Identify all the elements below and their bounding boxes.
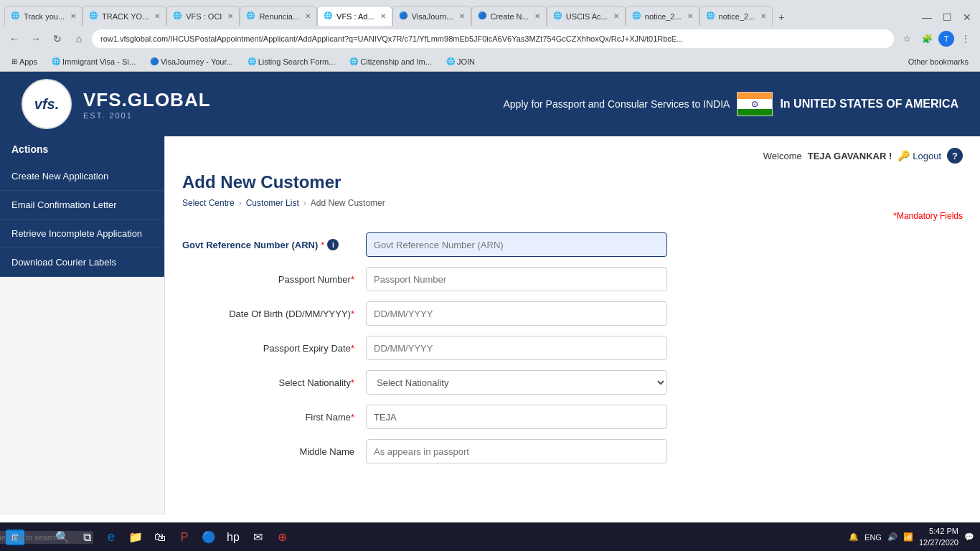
minimize-button[interactable]: — xyxy=(918,9,936,26)
passport-expiry-input[interactable] xyxy=(366,336,667,360)
form-row-first-name: First Name* xyxy=(182,405,963,429)
maximize-button[interactable]: ☐ xyxy=(938,9,956,26)
tab-9[interactable]: 🌐 notice_2... ✕ xyxy=(626,6,699,26)
arn-input[interactable] xyxy=(366,232,667,257)
other-bookmarks[interactable]: Other bookmarks xyxy=(903,56,974,67)
vfs-service-info: Apply for Passport and Consular Services… xyxy=(503,92,958,116)
flag-bottom xyxy=(738,109,772,116)
tab-3[interactable]: 🌐 VFS : OCI ✕ xyxy=(166,6,240,26)
tab-10[interactable]: 🌐 notice_2... ✕ xyxy=(699,6,773,26)
forward-button[interactable]: → xyxy=(27,30,44,47)
taskbar-notifications-badge[interactable]: 💬 xyxy=(964,532,974,542)
first-name-input[interactable] xyxy=(366,405,667,429)
taskbar-language: ENG xyxy=(864,533,882,542)
logout-button[interactable]: 🔑 Logout xyxy=(897,150,941,161)
mandatory-text: Mandatory Fields xyxy=(897,211,963,221)
tab-3-close[interactable]: ✕ xyxy=(227,12,233,20)
bookmark-immigrant-visa[interactable]: 🌐 Immigrant Visa - Si... xyxy=(46,56,141,67)
taskbar-search[interactable] xyxy=(27,527,49,548)
tab-4[interactable]: 🌐 Renuncia... ✕ xyxy=(240,6,317,26)
taskbar-volume[interactable]: 🔊 xyxy=(887,532,897,542)
tab-5-close[interactable]: ✕ xyxy=(380,12,386,20)
extensions-button[interactable]: 🧩 xyxy=(918,30,936,47)
tab-6[interactable]: 🔵 VisaJourn... ✕ xyxy=(392,6,471,26)
tab-9-close[interactable]: ✕ xyxy=(687,12,693,20)
breadcrumb-select-centre[interactable]: Select Centre xyxy=(182,198,235,208)
taskbar-store[interactable]: 🛍 xyxy=(149,527,171,548)
tab-1-close[interactable]: ✕ xyxy=(70,12,76,20)
tab-10-favicon: 🌐 xyxy=(706,11,716,22)
main-area: Actions Create New Application Email Con… xyxy=(0,136,980,515)
form-row-passport-expiry: Passport Expiry Date* xyxy=(182,336,963,360)
tab-10-close[interactable]: ✕ xyxy=(760,12,766,20)
form-row-middle-name: Middle Name xyxy=(182,439,963,463)
visajourney-favicon: 🔵 xyxy=(150,57,159,65)
tab-8-close[interactable]: ✕ xyxy=(613,12,619,20)
home-button[interactable]: ⌂ xyxy=(70,30,88,47)
help-button[interactable]: ? xyxy=(947,148,963,164)
taskbar-chrome[interactable]: ⊕ xyxy=(271,527,293,548)
new-tab-button[interactable]: + xyxy=(773,9,790,26)
vfs-brand-name: VFS.GLOBAL xyxy=(83,89,211,111)
arn-info-icon[interactable]: i xyxy=(327,239,339,250)
flag-top xyxy=(738,93,772,99)
bookmark-visajourney[interactable]: 🔵 VisaJourney - Your... xyxy=(144,56,239,67)
citizenship-favicon: 🌐 xyxy=(349,57,358,65)
profile-button[interactable]: T xyxy=(938,31,954,47)
close-window-button[interactable]: ✕ xyxy=(958,9,976,26)
apps-favicon: ⊞ xyxy=(11,57,17,65)
add-customer-form: Govt Reference Number (ARN) * i Passport… xyxy=(182,232,963,463)
back-button[interactable]: ← xyxy=(6,30,23,47)
bookmark-listing-search[interactable]: 🌐 Listing Search Form... xyxy=(242,56,341,67)
middle-name-label: Middle Name xyxy=(182,446,354,457)
taskbar-time: 5:42 PM xyxy=(919,526,958,537)
tab-2-close[interactable]: ✕ xyxy=(154,12,160,20)
tab-2-favicon: 🌐 xyxy=(89,11,99,22)
address-input[interactable] xyxy=(92,29,894,48)
more-options-button[interactable]: ⋮ xyxy=(957,30,974,47)
dob-input[interactable] xyxy=(366,301,667,326)
bookmark-citizenship[interactable]: 🌐 Citizenship and Im... xyxy=(344,56,438,67)
tab-5-active[interactable]: 🌐 VFS : Ad... ✕ xyxy=(317,6,392,26)
dob-label-text: Date Of Birth (DD/MM/YYYY) xyxy=(229,309,351,319)
nationality-label: Select Nationality* xyxy=(182,377,354,388)
taskbar-task-view[interactable]: ⧉ xyxy=(76,527,98,548)
taskbar-file-explorer[interactable]: 📁 xyxy=(125,527,146,548)
sidebar-item-retrieve-incomplete[interactable]: Retrieve Incomplete Application xyxy=(0,220,164,248)
taskbar-network[interactable]: 📶 xyxy=(903,532,913,542)
taskbar: ⊞ 🔍 ⧉ e 📁 🛍 P 🔵 hp ✉ ⊕ 🔔 ENG 🔊 📶 5:42 PM… xyxy=(0,522,980,551)
breadcrumb-customer-list[interactable]: Customer List xyxy=(246,198,299,208)
tab-4-close[interactable]: ✕ xyxy=(305,12,311,20)
sidebar-item-create-new[interactable]: Create New Application xyxy=(0,162,164,191)
bookmark-apps[interactable]: ⊞ Apps xyxy=(6,56,43,67)
taskbar-app1[interactable]: 🔵 xyxy=(198,527,220,548)
immigrant-visa-favicon: 🌐 xyxy=(52,57,60,65)
bookmark-star[interactable]: ☆ xyxy=(898,30,915,47)
tab-7-close[interactable]: ✕ xyxy=(534,12,540,20)
bookmark-join[interactable]: 🌐 JOIN xyxy=(440,56,481,67)
bookmarks-bar: ⊞ Apps 🌐 Immigrant Visa - Si... 🔵 VisaJo… xyxy=(0,52,980,72)
taskbar-mail[interactable]: ✉ xyxy=(247,527,268,548)
taskbar-cortana[interactable]: 🔍 xyxy=(52,527,73,548)
tab-3-favicon: 🌐 xyxy=(173,11,183,22)
taskbar-powerpoint[interactable]: P xyxy=(174,527,195,548)
middle-name-input[interactable] xyxy=(366,439,667,463)
tab-2[interactable]: 🌐 TRACK YO... ✕ xyxy=(83,6,166,26)
tab-4-favicon: 🌐 xyxy=(246,11,256,22)
tab-5-favicon: 🌐 xyxy=(324,11,334,22)
tab-1[interactable]: 🌐 Track you... ✕ xyxy=(4,6,83,26)
tab-7[interactable]: 🔵 Create N... ✕ xyxy=(471,6,547,26)
sidebar-item-download-courier[interactable]: Download Courier Labels xyxy=(0,248,164,277)
taskbar-edge[interactable]: e xyxy=(100,527,122,548)
passport-number-input[interactable] xyxy=(366,267,667,291)
passport-expiry-label-text: Passport Expiry Date xyxy=(263,343,351,354)
taskbar-notification-icon[interactable]: 🔔 xyxy=(849,532,859,542)
taskbar-hp[interactable]: hp xyxy=(222,527,244,548)
dob-label: Date Of Birth (DD/MM/YYYY)* xyxy=(182,309,354,319)
taskbar-clock[interactable]: 5:42 PM 12/27/2020 xyxy=(919,526,958,548)
tab-6-close[interactable]: ✕ xyxy=(459,12,465,20)
nationality-select[interactable]: Select Nationality Indian American xyxy=(366,370,667,395)
reload-button[interactable]: ↻ xyxy=(49,30,66,47)
tab-8[interactable]: 🌐 USCIS Ac... ✕ xyxy=(547,6,626,26)
sidebar-item-email-confirm[interactable]: Email Confirmation Letter xyxy=(0,191,164,220)
